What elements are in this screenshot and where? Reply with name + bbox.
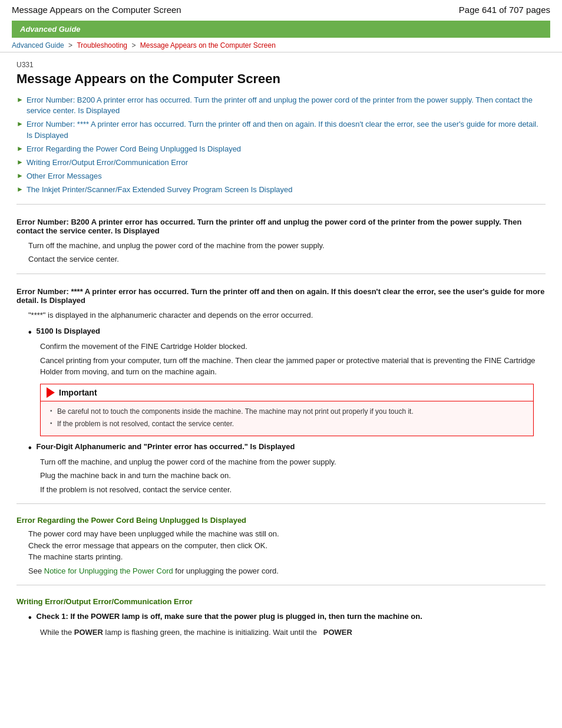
header-page: Page 641 of 707 pages bbox=[459, 5, 550, 15]
important-triangle-icon bbox=[47, 387, 55, 398]
divider-2 bbox=[16, 274, 546, 274]
link-writing-error[interactable]: Writing Error/Output Error/Communication… bbox=[27, 157, 188, 168]
arrow-icon-6: ► bbox=[16, 185, 24, 193]
list-item: ► Other Error Messages bbox=[16, 171, 546, 182]
section-power-cord: Error Regarding the Power Cord Being Unp… bbox=[16, 516, 546, 577]
section-b200-para-1: Turn off the machine, and unplug the pow… bbox=[16, 240, 546, 252]
link-list: ► Error Number: B200 A printer error has… bbox=[16, 95, 546, 196]
section-power-cord-heading: Error Regarding the Power Cord Being Unp… bbox=[16, 516, 546, 525]
subsection-5100-para-2: Cancel printing from your computer, turn… bbox=[28, 355, 546, 378]
power-bold-1: POWER bbox=[74, 628, 103, 637]
subsection-check1-para-1: While the POWER lamp is flashing green, … bbox=[28, 627, 546, 638]
arrow-icon-5: ► bbox=[16, 172, 24, 180]
list-item: ► The Inkjet Printer/Scanner/Fax Extende… bbox=[16, 185, 546, 195]
subsection-four-digit-para-1: Turn off the machine, and unplug the pow… bbox=[28, 456, 546, 468]
divider-1 bbox=[16, 204, 546, 205]
section-writing-error: Writing Error/Output Error/Communication… bbox=[16, 597, 546, 638]
arrow-icon-4: ► bbox=[16, 158, 24, 166]
bullet-dot-2: • bbox=[28, 442, 32, 453]
green-banner: Advanced Guide bbox=[12, 21, 550, 38]
subsection-four-digit-para-2: Plug the machine back in and turn the ma… bbox=[28, 470, 546, 482]
subsection-check1: • Check 1: If the POWER lamp is off, mak… bbox=[28, 612, 546, 638]
section-star-error: Error Number: **** A printer error has o… bbox=[16, 287, 546, 496]
bullet-dot-1: • bbox=[28, 327, 32, 338]
section-b200-heading: Error Number: B200 A printer error has o… bbox=[16, 218, 546, 235]
subsection-four-digit-para-3: If the problem is not resolved, contact … bbox=[28, 484, 546, 496]
subsection-5100: • 5100 Is Displayed Confirm the movement… bbox=[28, 327, 546, 436]
subsection-5100-para-1: Confirm the movement of the FINE Cartrid… bbox=[28, 341, 546, 353]
link-star-error[interactable]: Error Number: **** A printer error has o… bbox=[27, 119, 546, 140]
list-item: ► Error Regarding the Power Cord Being U… bbox=[16, 144, 546, 154]
bullet-check1-heading: • Check 1: If the POWER lamp is off, mak… bbox=[28, 612, 546, 623]
list-item: ► Writing Error/Output Error/Communicati… bbox=[16, 157, 546, 168]
important-header: Important bbox=[41, 384, 533, 401]
section-star-heading: Error Number: **** A printer error has o… bbox=[16, 287, 546, 305]
breadcrumb-current: Message Appears on the Computer Screen bbox=[140, 41, 276, 50]
header-title: Message Appears on the Computer Screen bbox=[12, 5, 181, 15]
arrow-icon-2: ► bbox=[16, 120, 24, 128]
see-notice-link[interactable]: Notice for Unplugging the Power Cord bbox=[44, 566, 173, 575]
section-b200: Error Number: B200 A printer error has o… bbox=[16, 218, 546, 265]
important-box: Important Be careful not to touch the co… bbox=[40, 384, 534, 436]
breadcrumb-link-advanced-guide[interactable]: Advanced Guide bbox=[12, 41, 64, 50]
divider-3 bbox=[16, 503, 546, 504]
section-writing-error-heading: Writing Error/Output Error/Communication… bbox=[16, 597, 546, 606]
section-power-cord-see-notice: See Notice for Unplugging the Power Cord… bbox=[16, 565, 546, 577]
arrow-icon-3: ► bbox=[16, 144, 24, 153]
subsection-four-digit: • Four-Digit Alphanumeric and "Printer e… bbox=[28, 442, 546, 496]
page-title: Message Appears on the Computer Screen bbox=[16, 71, 546, 87]
important-item-2: If the problem is not resolved, contact … bbox=[49, 419, 525, 429]
power-bold-2: POWER bbox=[323, 628, 352, 637]
link-inkjet-survey[interactable]: The Inkjet Printer/Scanner/Fax Extended … bbox=[27, 185, 293, 195]
link-power-cord[interactable]: Error Regarding the Power Cord Being Unp… bbox=[27, 144, 241, 154]
breadcrumb: Advanced Guide > Troubleshooting > Messa… bbox=[0, 38, 562, 52]
list-item: ► Error Number: **** A printer error has… bbox=[16, 119, 546, 140]
header-bar: Message Appears on the Computer Screen P… bbox=[0, 0, 562, 17]
important-list: Be careful not to touch the components i… bbox=[49, 406, 525, 429]
breadcrumb-link-troubleshooting[interactable]: Troubleshooting bbox=[77, 41, 127, 50]
see-notice-prefix: See bbox=[28, 566, 44, 575]
important-item-1: Be careful not to touch the components i… bbox=[49, 406, 525, 417]
error-code: U331 bbox=[16, 61, 546, 69]
section-star-para-1: "****" is displayed in the alphanumeric … bbox=[16, 309, 546, 321]
section-power-cord-para-1: The power cord may have been unplugged w… bbox=[16, 528, 546, 563]
list-item: ► Error Number: B200 A printer error has… bbox=[16, 95, 546, 116]
section-b200-para-2: Contact the service center. bbox=[16, 253, 546, 265]
breadcrumb-separator-2: > bbox=[131, 41, 137, 50]
divider-4 bbox=[16, 585, 546, 585]
arrow-icon-1: ► bbox=[16, 95, 24, 104]
breadcrumb-separator-1: > bbox=[68, 41, 74, 50]
bullet-four-digit-heading: • Four-Digit Alphanumeric and "Printer e… bbox=[28, 442, 546, 453]
important-body: Be careful not to touch the components i… bbox=[41, 401, 533, 436]
content-area: U331 Message Appears on the Computer Scr… bbox=[0, 52, 562, 652]
bullet-5100-heading: • 5100 Is Displayed bbox=[28, 327, 546, 338]
link-b200[interactable]: Error Number: B200 A printer error has o… bbox=[27, 95, 546, 116]
banner-label: Advanced Guide bbox=[20, 25, 81, 34]
important-title: Important bbox=[59, 388, 97, 397]
see-notice-suffix: for unplugging the power cord. bbox=[173, 566, 279, 575]
bullet-dot-3: • bbox=[28, 612, 32, 623]
link-other-errors[interactable]: Other Error Messages bbox=[27, 171, 102, 182]
